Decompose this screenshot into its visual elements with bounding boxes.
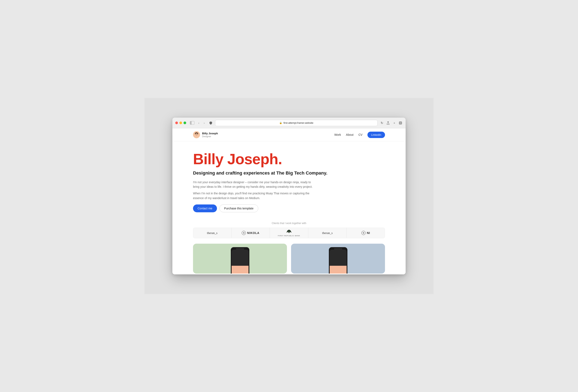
work-card-1[interactable] — [193, 244, 287, 274]
share-button[interactable] — [386, 121, 390, 125]
clients-strip: theran_s N NIKOLA — [193, 227, 385, 238]
nav-arrows: ‹ › — [196, 121, 206, 125]
browser-content: Billy Joseph Designer Work About CV Link… — [172, 128, 406, 274]
linkedin-button[interactable]: LinkedIn — [367, 132, 385, 138]
phone-mockup-1 — [231, 247, 249, 274]
contact-button[interactable]: Contact me — [193, 205, 217, 212]
avatar — [193, 131, 200, 138]
frb-bird-icon — [286, 229, 292, 234]
new-tab-button[interactable]: + — [392, 121, 396, 125]
frb-container: First Republic Bank — [278, 229, 300, 237]
desktop: ‹ › 🔒 first-attempt.framer.website ↻ — [144, 98, 434, 294]
browser-chrome: ‹ › 🔒 first-attempt.framer.website ↻ — [172, 118, 406, 128]
phone-screen-2 — [330, 250, 347, 274]
phone-screen-content-1 — [232, 266, 248, 274]
browser-window: ‹ › 🔒 first-attempt.framer.website ↻ — [172, 118, 406, 274]
svg-rect-0 — [399, 122, 402, 124]
svg-rect-1 — [400, 122, 401, 124]
logo-text: Billy Joseph Designer — [202, 132, 218, 138]
sidebar-toggle-button[interactable] — [190, 121, 194, 125]
traffic-lights — [175, 122, 186, 124]
shield-icon — [208, 121, 213, 125]
lock-icon: 🔒 — [279, 122, 282, 124]
hero-desc-2: When I'm not in the design dojo, you'll … — [193, 191, 313, 200]
nav-about[interactable]: About — [346, 133, 354, 136]
client-frb: First Republic Bank — [270, 227, 308, 238]
reload-button[interactable]: ↻ — [380, 121, 384, 125]
clients-section: Clients that I work together with theran… — [172, 218, 406, 242]
nikola2-icon: N — [361, 231, 366, 235]
address-bar[interactable]: 🔒 first-attempt.framer.website — [215, 120, 378, 126]
minimize-button[interactable] — [179, 122, 182, 124]
clients-label: Clients that I work together with — [193, 222, 385, 225]
client-nikola: N NIKOLA — [231, 227, 270, 238]
svg-point-4 — [195, 133, 198, 136]
tabs-button[interactable] — [398, 121, 403, 125]
theranos-logo-text: theran_s — [207, 231, 218, 235]
nikola2-container: N NI — [361, 231, 370, 235]
client-theranos-2: theran_s — [308, 227, 347, 238]
work-card-2[interactable] — [291, 244, 385, 274]
phone-screen-1 — [232, 250, 248, 274]
phone-notch-1 — [237, 247, 243, 248]
address-text: first-attempt.framer.website — [284, 122, 313, 124]
nikola-icon: N — [242, 231, 246, 235]
hero-cta: Contact me Purchase this template — [193, 205, 385, 212]
hero-desc-1: I'm not your everyday interface designer… — [193, 180, 313, 189]
client-theranos: theran_s — [193, 227, 231, 238]
forward-button[interactable]: › — [202, 121, 206, 125]
svg-point-6 — [197, 134, 197, 135]
close-button[interactable] — [175, 122, 178, 124]
phone-screen-content-2 — [330, 266, 347, 274]
nav-work[interactable]: Work — [334, 133, 341, 136]
client-nikola-partial: N NI — [347, 227, 385, 238]
back-button[interactable]: ‹ — [196, 121, 201, 125]
hero-name: Billy Joseph. — [193, 152, 385, 167]
phone-notch-2 — [335, 247, 341, 248]
hero-subtitle: Designing and crafting experiences at Th… — [193, 170, 385, 176]
logo-name: Billy Joseph — [202, 132, 218, 135]
purchase-button[interactable]: Purchase this template — [219, 205, 258, 212]
site-logo: Billy Joseph Designer — [193, 131, 218, 138]
site-nav: Work About CV LinkedIn — [334, 132, 385, 138]
site-navbar: Billy Joseph Designer Work About CV Link… — [172, 128, 406, 141]
work-section — [172, 242, 406, 274]
nikola-container: N NIKOLA — [242, 231, 259, 235]
nikola-text: NIKOLA — [247, 231, 259, 235]
maximize-button[interactable] — [184, 122, 186, 124]
logo-role: Designer — [202, 135, 218, 138]
svg-point-5 — [196, 134, 196, 135]
browser-actions: ↻ + — [380, 121, 403, 125]
nav-cv[interactable]: CV — [358, 133, 362, 136]
frb-text: First Republic Bank — [278, 235, 300, 237]
hero-section: Billy Joseph. Designing and crafting exp… — [172, 141, 406, 218]
phone-mockup-2 — [329, 247, 347, 274]
nikola2-text: NI — [367, 231, 370, 235]
theranos2-logo-text: theran_s — [322, 231, 333, 235]
